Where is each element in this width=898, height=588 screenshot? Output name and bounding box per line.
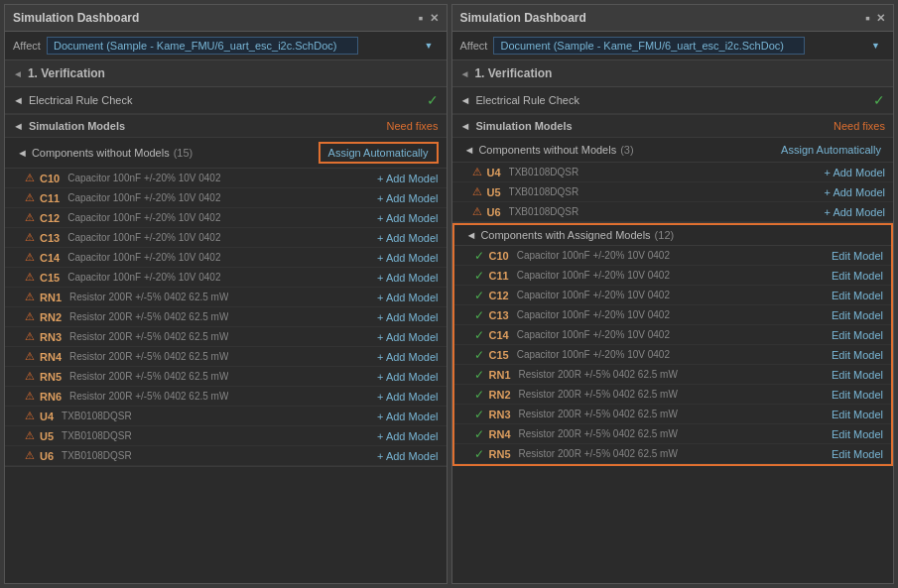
comp-name: C12 <box>489 290 509 301</box>
edit-model-button[interactable]: Edit Model <box>832 428 883 440</box>
add-model-button[interactable]: + Add Model <box>377 311 438 323</box>
right-components-without-section: ◄ Components without Models (3) Assign A… <box>452 138 894 223</box>
left-comp-arrow: ◄ <box>17 147 28 159</box>
add-model-button[interactable]: + Add Model <box>377 351 438 363</box>
comp-desc: Resistor 200R +/-5% 0402 62.5 mW <box>69 311 228 322</box>
left-affect-dropdown[interactable]: Document (Sample - Kame_FMU/6_uart_esc_i… <box>47 37 358 55</box>
add-model-button[interactable]: + Add Model <box>377 252 438 264</box>
edit-model-button[interactable]: Edit Model <box>832 389 883 401</box>
add-model-button[interactable]: + Add Model <box>377 292 438 303</box>
comp-name: U4 <box>40 411 54 422</box>
comp-row-left: ✓ RN4 Resistor 200R +/-5% 0402 62.5 mW <box>474 427 833 441</box>
add-model-button[interactable]: + Add Model <box>377 212 438 224</box>
add-model-button[interactable]: + Add Model <box>377 272 438 284</box>
right-panel-body: ◄ 1. Verification ◄ Electrical Rule Chec… <box>452 60 894 583</box>
comp-name: C10 <box>489 250 509 262</box>
left-erc-check-icon: ✓ <box>427 92 439 108</box>
edit-model-button[interactable]: Edit Model <box>832 349 883 361</box>
add-model-button[interactable]: + Add Model <box>377 192 438 204</box>
right-erc-header: ◄ Electrical Rule Check ✓ <box>452 87 894 114</box>
left-comp-without-count: (15) <box>174 147 193 159</box>
comp-row-left: ⚠ RN5 Resistor 200R +/-5% 0402 62.5 mW <box>25 370 377 383</box>
warn-icon: ⚠ <box>25 251 35 264</box>
edit-model-button[interactable]: Edit Model <box>832 309 883 321</box>
add-model-button[interactable]: + Add Model <box>825 206 885 218</box>
list-item: ⚠ C12 Capacitor 100nF +/-20% 10V 0402 + … <box>5 208 447 228</box>
comp-row-left: ✓ C15 Capacitor 100nF +/-20% 10V 0402 <box>474 348 833 362</box>
list-item: ⚠ C10 Capacitor 100nF +/-20% 10V 0402 + … <box>5 169 447 188</box>
left-panel-body: ◄ 1. Verification ◄ Electrical Rule Chec… <box>5 60 447 583</box>
add-model-button[interactable]: + Add Model <box>377 232 438 244</box>
comp-row-left: ✓ RN5 Resistor 200R +/-5% 0402 62.5 mW <box>474 447 833 461</box>
left-verification-arrow: ◄ <box>13 68 23 79</box>
comp-row-left: ⚠ C15 Capacitor 100nF +/-20% 10V 0402 <box>25 271 377 284</box>
comp-desc: Resistor 200R +/-5% 0402 62.5 mW <box>69 351 228 362</box>
right-need-fixes: Need fixes <box>834 120 885 132</box>
warn-icon: ⚠ <box>25 191 35 204</box>
list-item: ✓ C10 Capacitor 100nF +/-20% 10V 0402 Ed… <box>454 246 892 266</box>
add-model-button[interactable]: + Add Model <box>377 173 438 184</box>
right-affect-row: Affect Document (Sample - Kame_FMU/6_uar… <box>452 32 894 60</box>
ok-icon: ✓ <box>474 427 484 441</box>
add-model-button[interactable]: + Add Model <box>825 167 885 178</box>
comp-name: RN1 <box>489 369 511 381</box>
add-model-button[interactable]: + Add Model <box>377 430 438 442</box>
edit-model-button[interactable]: Edit Model <box>832 329 883 341</box>
right-affect-select-wrap: Document (Sample - Kame_FMU/6_uart_esc_i… <box>493 37 885 55</box>
right-close-icon[interactable]: ✕ <box>876 12 885 25</box>
comp-name: RN2 <box>489 389 511 401</box>
comp-row-left: ⚠ U6 TXB0108DQSR <box>25 449 377 462</box>
right-assign-auto-button[interactable]: Assign Automatically <box>777 142 885 158</box>
edit-model-button[interactable]: Edit Model <box>832 409 883 420</box>
warn-icon: ⚠ <box>25 350 35 363</box>
warn-icon: ⚠ <box>25 172 35 184</box>
right-panel-controls: ▪ ✕ <box>865 10 885 26</box>
add-model-button[interactable]: + Add Model <box>377 411 438 422</box>
edit-model-button[interactable]: Edit Model <box>832 290 883 301</box>
edit-model-button[interactable]: Edit Model <box>832 250 883 262</box>
comp-row-left: ⚠ U4 TXB0108DQSR <box>472 166 825 178</box>
comp-desc: TXB0108DQSR <box>62 411 132 421</box>
left-erc-header: ◄ Electrical Rule Check ✓ <box>5 87 447 114</box>
left-assign-auto-button[interactable]: Assign Automatically <box>319 142 439 164</box>
right-erc-header-left: ◄ Electrical Rule Check <box>460 94 579 106</box>
add-model-button[interactable]: + Add Model <box>377 391 438 403</box>
comp-row-left: ⚠ C12 Capacitor 100nF +/-20% 10V 0402 <box>25 211 377 224</box>
warn-icon: ⚠ <box>472 205 482 218</box>
add-model-button[interactable]: + Add Model <box>377 450 438 462</box>
comp-desc: Capacitor 100nF +/-20% 10V 0402 <box>67 252 220 263</box>
comp-row-left: ⚠ U5 TXB0108DQSR <box>25 429 377 442</box>
warn-icon: ⚠ <box>472 185 482 198</box>
warn-icon: ⚠ <box>25 449 35 462</box>
left-close-icon[interactable]: ✕ <box>430 12 439 25</box>
right-erc-section: ◄ Electrical Rule Check ✓ <box>452 87 894 115</box>
left-erc-header-left: ◄ Electrical Rule Check <box>13 94 132 106</box>
warn-icon: ⚠ <box>25 271 35 284</box>
comp-desc: Capacitor 100nF +/-20% 10V 0402 <box>67 212 220 223</box>
comp-name: RN1 <box>40 292 62 303</box>
add-model-button[interactable]: + Add Model <box>377 371 438 383</box>
list-item: ✓ RN4 Resistor 200R +/-5% 0402 62.5 mW E… <box>454 424 892 444</box>
edit-model-button[interactable]: Edit Model <box>832 448 883 460</box>
comp-name: C15 <box>40 272 60 284</box>
warn-icon: ⚠ <box>25 429 35 442</box>
list-item: ⚠ RN1 Resistor 200R +/-5% 0402 62.5 mW +… <box>5 288 447 307</box>
comp-desc: TXB0108DQSR <box>509 186 579 197</box>
comp-name: C13 <box>489 309 509 321</box>
left-sim-models-left: ◄ Simulation Models <box>13 120 125 132</box>
warn-icon: ⚠ <box>25 390 35 403</box>
comp-row-left: ✓ C11 Capacitor 100nF +/-20% 10V 0402 <box>474 269 833 283</box>
edit-model-button[interactable]: Edit Model <box>832 369 883 381</box>
add-model-button[interactable]: + Add Model <box>377 331 438 343</box>
ok-icon: ✓ <box>474 328 484 342</box>
left-pin-icon[interactable]: ▪ <box>419 10 424 26</box>
comp-name: U5 <box>487 186 501 198</box>
comp-desc: TXB0108DQSR <box>62 450 132 461</box>
right-pin-icon[interactable]: ▪ <box>865 10 870 26</box>
right-affect-dropdown[interactable]: Document (Sample - Kame_FMU/6_uart_esc_i… <box>493 37 805 55</box>
right-panel-title: Simulation Dashboard <box>460 11 586 25</box>
comp-desc: Resistor 200R +/-5% 0402 62.5 mW <box>69 391 228 402</box>
add-model-button[interactable]: + Add Model <box>825 186 885 198</box>
ok-icon: ✓ <box>474 408 484 421</box>
edit-model-button[interactable]: Edit Model <box>832 270 883 282</box>
